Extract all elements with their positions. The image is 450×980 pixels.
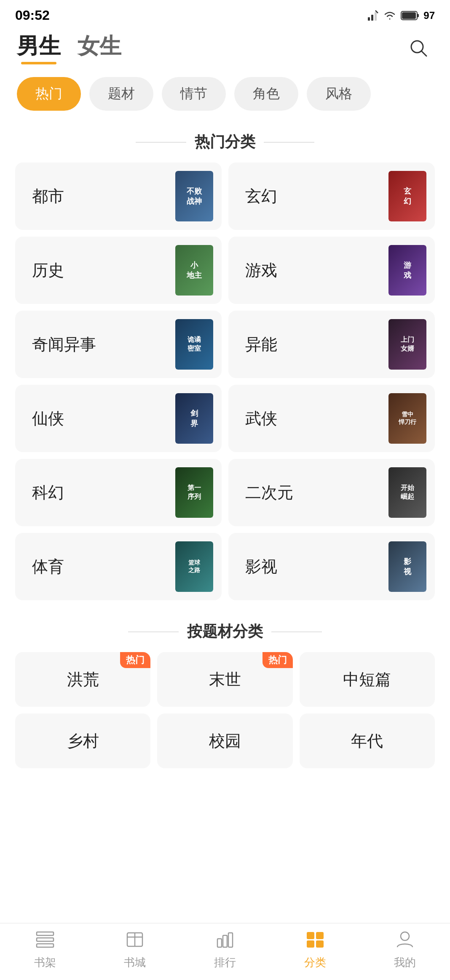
hot-section-title: 热门分类 [0, 132, 450, 152]
signal-icon [367, 10, 379, 21]
category-nav-label: 分类 [304, 955, 326, 970]
ranking-label: 排行 [214, 955, 236, 970]
svg-rect-19 [316, 932, 324, 939]
category-tiyu[interactable]: 体育 篮球之路 [15, 533, 222, 600]
tag-grid: 热门 洪荒 热门 末世 中短篇 乡村 校园 年代 [15, 652, 435, 768]
bottom-nav: 书架 书城 排行 [0, 923, 450, 980]
category-label: 科幻 [32, 482, 64, 503]
tag-section-title: 按题材分类 [0, 621, 450, 642]
wifi-icon [383, 10, 396, 21]
tab-male[interactable]: 男生 [17, 32, 61, 64]
filter-subject[interactable]: 题材 [89, 77, 153, 111]
nav-mine[interactable]: 我的 [380, 930, 430, 970]
category-kehuan[interactable]: 科幻 第一序列 [15, 459, 222, 526]
category-label: 游戏 [245, 260, 277, 281]
category-label: 武侠 [245, 408, 277, 429]
mine-icon [395, 930, 415, 952]
category-wuxia[interactable]: 武侠 雪中悍刀行 [228, 385, 435, 452]
category-label: 影视 [245, 556, 277, 578]
category-youxi[interactable]: 游戏 游戏 [228, 237, 435, 304]
svg-rect-9 [37, 932, 54, 935]
svg-rect-15 [217, 939, 222, 947]
tag-xiangcun[interactable]: 乡村 [15, 714, 150, 768]
book-cover-erciyuan: 开始崛起 [388, 467, 426, 518]
category-label: 仙侠 [32, 408, 64, 429]
category-label: 异能 [245, 334, 277, 355]
status-icons: 97 [367, 10, 435, 21]
header-tabs: 男生 女生 [17, 32, 404, 64]
tab-female[interactable]: 女生 [78, 32, 121, 64]
store-icon [125, 930, 145, 952]
category-dushi[interactable]: 都市 不败战神 [15, 162, 222, 230]
nav-store[interactable]: 书城 [110, 930, 160, 970]
svg-rect-17 [228, 933, 233, 947]
hot-badge: 热门 [120, 652, 150, 668]
tag-honghuang[interactable]: 热门 洪荒 [15, 652, 150, 707]
filter-character[interactable]: 角色 [234, 77, 298, 111]
ranking-icon [215, 930, 235, 952]
book-cover-kehuan: 第一序列 [175, 467, 213, 518]
nav-shelf[interactable]: 书架 [20, 930, 70, 970]
tag-xiaoyuan[interactable]: 校园 [157, 714, 292, 768]
book-cover-xuanhuan: 玄幻 [388, 171, 426, 221]
svg-rect-21 [316, 940, 324, 948]
svg-rect-20 [307, 940, 314, 948]
filter-hot[interactable]: 热门 [17, 77, 81, 111]
category-icon [305, 930, 325, 952]
category-label: 历史 [32, 260, 64, 281]
tag-section: 热门 洪荒 热门 末世 中短篇 乡村 校园 年代 [0, 652, 450, 768]
filter-plot[interactable]: 情节 [162, 77, 226, 111]
shelf-label: 书架 [34, 955, 56, 970]
hot-badge: 热门 [262, 652, 293, 668]
tag-zhongduan[interactable]: 中短篇 [300, 652, 435, 707]
category-xianxia[interactable]: 仙侠 剑界 [15, 385, 222, 452]
book-cover-wuxia: 雪中悍刀行 [388, 393, 426, 444]
store-label: 书城 [124, 955, 146, 970]
category-label: 体育 [32, 556, 64, 578]
category-lishi[interactable]: 历史 小地主 [15, 237, 222, 304]
status-bar: 09:52 97 [0, 0, 450, 27]
book-cover-yineng: 上门女婿 [388, 319, 426, 370]
svg-rect-0 [368, 17, 370, 21]
shelf-icon [35, 930, 55, 952]
filter-bar: 热门 题材 情节 角色 风格 [0, 64, 450, 119]
nav-category[interactable]: 分类 [290, 930, 340, 970]
svg-rect-16 [223, 935, 227, 947]
category-xuanhuan[interactable]: 玄幻 玄幻 [228, 162, 435, 230]
search-icon [408, 37, 429, 59]
svg-point-22 [401, 932, 409, 940]
battery-icon [401, 10, 419, 21]
category-label: 都市 [32, 186, 64, 207]
search-button[interactable] [404, 33, 433, 63]
book-cover-youxi: 游戏 [388, 245, 426, 296]
category-label: 二次元 [245, 482, 293, 503]
svg-rect-11 [37, 944, 54, 947]
book-cover-dushi: 不败战神 [175, 171, 213, 221]
tag-niandai[interactable]: 年代 [300, 714, 435, 768]
book-cover-tiyu: 篮球之路 [175, 541, 213, 592]
nav-ranking[interactable]: 排行 [200, 930, 250, 970]
svg-rect-6 [402, 12, 416, 19]
book-cover-xianxia: 剑界 [175, 393, 213, 444]
svg-rect-5 [417, 14, 419, 17]
category-yingshi[interactable]: 影视 影视 [228, 533, 435, 600]
category-grid: 都市 不败战神 玄幻 玄幻 历史 小地主 游戏 游戏 奇闻异事 诡谲密室 异能 [0, 162, 450, 600]
category-qiwen[interactable]: 奇闻异事 诡谲密室 [15, 311, 222, 378]
svg-rect-10 [37, 938, 54, 941]
category-yineng[interactable]: 异能 上门女婿 [228, 311, 435, 378]
filter-style[interactable]: 风格 [307, 77, 371, 111]
category-label: 奇闻异事 [32, 334, 96, 355]
svg-line-8 [421, 51, 426, 56]
header: 男生 女生 [0, 27, 450, 64]
book-cover-lishi: 小地主 [175, 245, 213, 296]
book-cover-qiwen: 诡谲密室 [175, 319, 213, 370]
svg-rect-18 [307, 932, 314, 939]
book-cover-yingshi: 影视 [388, 541, 426, 592]
battery-level: 97 [423, 10, 435, 21]
category-label: 玄幻 [245, 186, 277, 207]
status-time: 09:52 [15, 8, 50, 23]
category-erciyuan[interactable]: 二次元 开始崛起 [228, 459, 435, 526]
tag-moshi[interactable]: 热门 末世 [157, 652, 292, 707]
svg-rect-1 [371, 15, 373, 21]
mine-label: 我的 [394, 955, 416, 970]
